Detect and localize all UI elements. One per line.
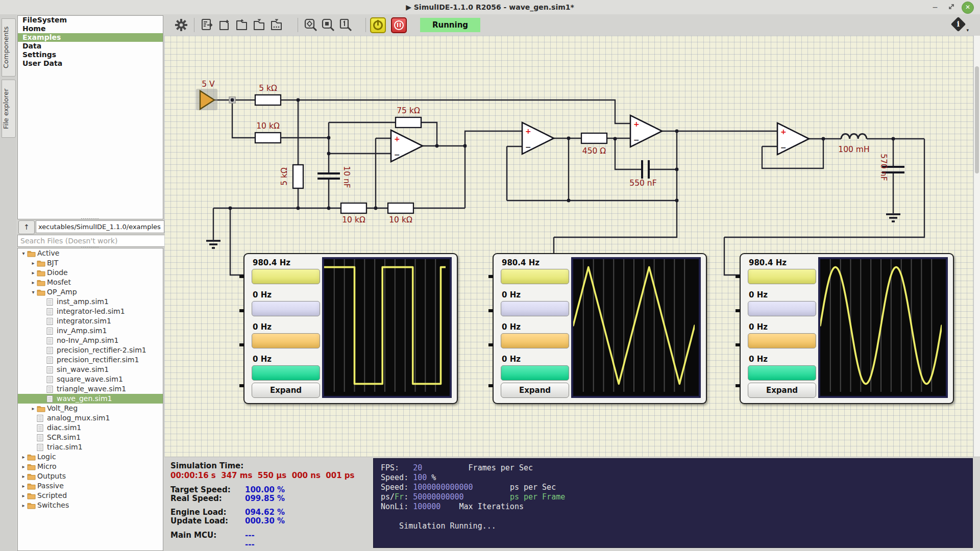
expand-arrow-icon[interactable]: ▸	[30, 278, 37, 287]
expand-button[interactable]: Expand	[252, 383, 320, 398]
tree-item[interactable]: analog_mux.sim1	[18, 413, 163, 423]
tab-file-explorer[interactable]: File explorer	[2, 80, 16, 138]
expand-arrow-icon[interactable]: ▸	[20, 462, 27, 471]
search-input[interactable]	[17, 235, 167, 247]
place-item-settings[interactable]: Settings	[18, 51, 163, 59]
circuit-canvas[interactable]: +− +− +− +− 5 V 5 kΩ 10 kΩ	[164, 36, 974, 457]
restore-button[interactable]	[945, 2, 958, 12]
save-circuit-button[interactable]	[251, 16, 268, 34]
info-menu-button[interactable]: i ▾	[951, 17, 967, 33]
capacitor-value-label: 550 nF	[629, 179, 656, 188]
zoom-fit-button[interactable]	[302, 16, 320, 34]
channel-color-swatch[interactable]	[501, 269, 569, 284]
scrollbar-thumb[interactable]	[975, 66, 979, 173]
channel-color-swatch[interactable]	[252, 269, 320, 284]
place-item-user-data[interactable]: User Data	[18, 59, 163, 68]
tree-item[interactable]: ▾OP_Amp	[18, 287, 163, 297]
file-icon	[37, 434, 47, 442]
tree-item[interactable]: ▸Outputs	[18, 471, 163, 481]
resistor-5k-vertical[interactable]	[293, 165, 303, 188]
channel-color-swatch[interactable]	[252, 301, 320, 316]
expand-arrow-icon[interactable]: ▸	[30, 268, 37, 278]
zoom-one-button[interactable]	[337, 16, 354, 34]
file-explorer-sidebar: FileSystemHomeExamplesDataSettingsUser D…	[16, 14, 164, 551]
probe-panel-3[interactable]: 980.4 Hz0 Hz0 Hz0 HzExpand	[740, 253, 954, 404]
expand-arrow-icon[interactable]: ▸	[30, 404, 37, 413]
tree-item[interactable]: ▸Scripted	[18, 491, 163, 500]
tab-components[interactable]: Components	[2, 18, 16, 77]
pause-button[interactable]	[391, 17, 407, 33]
tree-item[interactable]: sin_wave.sim1	[18, 365, 163, 374]
resistor-75k[interactable]	[396, 117, 421, 128]
resistor-value-label: 5 kΩ	[259, 84, 277, 93]
channel-color-swatch[interactable]	[748, 365, 816, 381]
tree-item[interactable]: ▸Mosfet	[18, 278, 163, 287]
channel-color-swatch[interactable]	[501, 301, 569, 316]
place-item-examples[interactable]: Examples	[18, 33, 163, 42]
channel-color-swatch[interactable]	[501, 333, 569, 348]
tree-item[interactable]: precision_rectifier.sim1	[18, 355, 163, 365]
channel-color-swatch[interactable]	[252, 333, 320, 348]
tree-item[interactable]: inst_amp.sim1	[18, 297, 163, 307]
close-button[interactable]: ✕	[962, 2, 974, 14]
expand-arrow-icon[interactable]: ▸	[20, 481, 27, 491]
tree-item[interactable]: ▸Logic	[18, 452, 163, 462]
minimize-button[interactable]: −	[929, 2, 941, 12]
expand-arrow-icon[interactable]: ▸	[20, 471, 27, 481]
expand-arrow-icon[interactable]: ▸	[30, 258, 37, 268]
expand-arrow-icon[interactable]: ▸	[20, 500, 27, 510]
vertical-scrollbar[interactable]	[973, 36, 980, 457]
settings-gear-button[interactable]	[173, 16, 190, 34]
tree-item[interactable]: precision_rectifier-2.sim1	[18, 345, 163, 355]
resistor-450[interactable]	[581, 133, 607, 143]
channel-color-swatch[interactable]	[748, 269, 816, 284]
tree-item[interactable]: ▸Passive	[18, 481, 163, 491]
collapse-arrow-icon[interactable]: ▾	[20, 248, 27, 258]
export-circuit-button[interactable]	[199, 16, 216, 34]
tree-item[interactable]: square_wave.sim1	[18, 374, 163, 384]
tree-item[interactable]: diac.sim1	[18, 423, 163, 433]
tree-item[interactable]: inv_Amp.sim1	[18, 326, 163, 336]
resistor-5k[interactable]	[255, 95, 281, 105]
debug-console[interactable]: FPS: 20 Frames per SecSpeed: 100 %Speed:…	[373, 458, 973, 548]
tree-item[interactable]: ▸BJT	[18, 258, 163, 268]
resistor-10k-div2[interactable]	[388, 203, 413, 213]
tree-item[interactable]: triac.sim1	[18, 442, 163, 452]
expand-arrow-icon[interactable]: ▸	[20, 452, 27, 462]
expand-button[interactable]: Expand	[748, 383, 816, 398]
tree-item[interactable]: ▸Volt_Reg	[18, 404, 163, 413]
channel-color-swatch[interactable]	[252, 365, 320, 381]
place-item-home[interactable]: Home	[18, 24, 163, 33]
tree-item[interactable]: wave_gen.sim1	[18, 394, 163, 404]
probe-panel-1[interactable]: 980.4 Hz0 Hz0 Hz0 HzExpand	[243, 253, 458, 404]
tree-item[interactable]: ▸Switches	[18, 500, 163, 510]
up-directory-button[interactable]: ↑	[18, 220, 35, 234]
tree-item[interactable]: ▾Active	[18, 248, 163, 258]
tree-item[interactable]: ▸Diode	[18, 268, 163, 278]
channel-color-swatch[interactable]	[748, 333, 816, 348]
tree-item[interactable]: integrator.sim1	[18, 316, 163, 326]
tree-item[interactable]: integrator-led.sim1	[18, 307, 163, 316]
title-bar[interactable]: ▶ SimulIDE-1.1.0 R2056 - wave_gen.sim1* …	[0, 0, 980, 15]
open-circuit-button[interactable]	[233, 16, 251, 34]
expand-button[interactable]: Expand	[501, 383, 569, 398]
zoom-fit-icon	[304, 18, 318, 32]
collapse-arrow-icon[interactable]: ▾	[30, 287, 37, 297]
new-circuit-button[interactable]	[216, 16, 233, 34]
save-as-button[interactable]	[268, 16, 285, 34]
tree-item[interactable]: SCR.sim1	[18, 433, 163, 442]
channel-color-swatch[interactable]	[501, 365, 569, 381]
probe-panel-2[interactable]: 980.4 Hz0 Hz0 Hz0 HzExpand	[493, 253, 707, 404]
power-button[interactable]	[370, 17, 386, 33]
place-item-filesystem[interactable]: FileSystem	[18, 16, 163, 24]
tree-item[interactable]: ▸Micro	[18, 462, 163, 471]
resistor-10k-div1[interactable]	[341, 203, 366, 213]
channel-color-swatch[interactable]	[748, 301, 816, 316]
place-item-data[interactable]: Data	[18, 42, 163, 51]
tree-item[interactable]: triangle_wave.sim1	[18, 384, 163, 394]
resistor-10k-input[interactable]	[255, 133, 281, 143]
path-field[interactable]: xecutables/SimulIDE_1.1.0/examples	[36, 220, 164, 233]
tree-item[interactable]: no-Inv_Amp.sim1	[18, 336, 163, 345]
expand-arrow-icon[interactable]: ▸	[20, 491, 27, 500]
zoom-all-button[interactable]	[320, 16, 337, 34]
